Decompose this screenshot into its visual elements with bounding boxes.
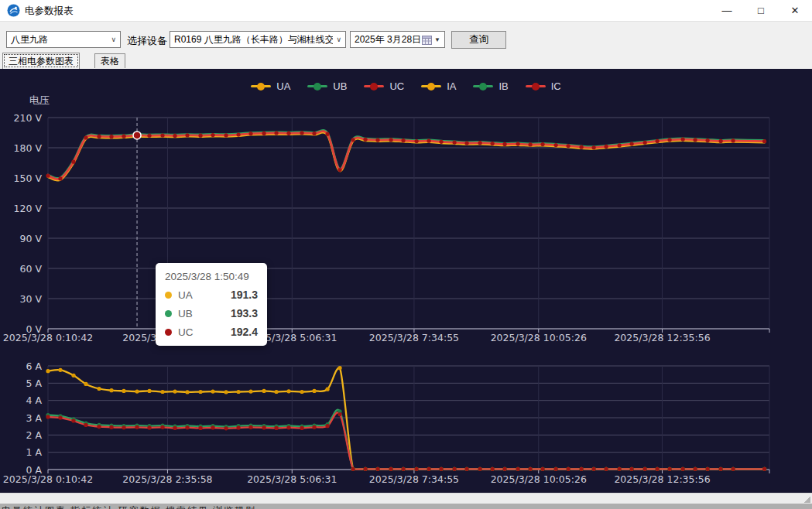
dropdown-arrow-icon[interactable]: ▼ [434,36,440,43]
tooltip-row-ub: UB 193.3 [165,307,258,319]
tab-table[interactable]: 表格 [94,53,125,68]
legend-label: IA [447,80,456,92]
status-bar [0,493,812,504]
tooltip-row-uc: UC 192.4 [165,326,258,338]
device-label: 选择设备 [127,34,167,48]
legend-item-uc[interactable]: UC [364,80,404,92]
svg-text:2025/3/28 5:06:31: 2025/3/28 5:06:31 [247,473,337,485]
svg-text:2025/3/28 12:35:56: 2025/3/28 12:35:56 [614,473,710,485]
legend-marker-icon [526,83,546,91]
chevron-down-icon: ∨ [333,36,341,43]
device-select[interactable]: R0169 八里九路（长丰路）与湘桂线交 ∨ [170,31,346,48]
svg-text:180 V: 180 V [14,142,43,154]
window-title: 电参数报表 [25,5,74,18]
tooltip-value: 191.3 [231,289,258,301]
tooltip-value: 192.4 [231,326,258,338]
legend-label: UB [333,80,347,92]
chart-tooltip: 2025/3/28 1:50:49 UA 191.3 UB 193.3 UC 1… [156,263,267,346]
background-window-edge: 电量统计图表 指标统计 研究数据 搜索结果 浏览规则 [0,504,812,509]
toolbar: 八里九路 ∨ 选择设备 R0169 八里九路（长丰路）与湘桂线交 ∨ 2025年… [0,22,812,53]
svg-text:2025/3/28 0:10:42: 2025/3/28 0:10:42 [3,473,93,485]
tooltip-value: 193.3 [231,307,258,319]
tooltip-label: UC [178,326,194,338]
svg-text:2 A: 2 A [26,429,43,441]
legend-label: UA [276,80,290,92]
tab-strip: 三相电参数图表 表格 [0,53,812,69]
svg-text:30 V: 30 V [20,293,43,305]
chart-panel: 210 V180 V150 V120 V90 V60 V30 V0 V2025/… [0,69,812,493]
svg-text:3 A: 3 A [26,412,43,424]
tooltip-timestamp: 2025/3/28 1:50:49 [165,271,258,282]
svg-text:150 V: 150 V [14,173,43,184]
svg-text:2025/3/28 2:35:58: 2025/3/28 2:35:58 [122,473,212,485]
legend-item-ib[interactable]: IB [473,80,508,92]
area-select[interactable]: 八里九路 ∨ [6,31,121,48]
app-icon [7,4,20,17]
legend-marker-icon [307,83,327,91]
svg-text:5 A: 5 A [26,377,43,389]
legend-marker-icon [421,83,441,91]
device-select-value: R0169 八里九路（长丰路）与湘桂线交 [174,33,333,46]
charts-canvas[interactable]: 210 V180 V150 V120 V90 V60 V30 V0 V2025/… [0,69,812,493]
background-window-text: 电量统计图表 指标统计 研究数据 搜索结果 浏览规则 [2,504,256,509]
ub-dot-icon [165,310,172,317]
minimize-button[interactable]: — [710,0,744,21]
resize-grip-icon[interactable] [803,496,810,503]
svg-text:2025/3/28 7:34:55: 2025/3/28 7:34:55 [369,332,459,343]
maximize-button[interactable]: □ [744,0,778,21]
svg-text:2025/3/28 10:05:26: 2025/3/28 10:05:26 [491,332,587,343]
tooltip-row-ua: UA 191.3 [165,289,258,301]
svg-text:2025/3/28 12:35:56: 2025/3/28 12:35:56 [614,332,710,343]
svg-text:210 V: 210 V [14,112,43,124]
legend-item-ia[interactable]: IA [421,80,456,92]
voltage-chart-title: 电压 [29,94,50,108]
tab-three-phase-chart[interactable]: 三相电参数图表 [2,53,80,69]
svg-text:4 A: 4 A [26,395,43,406]
area-select-value: 八里九路 [11,33,48,46]
svg-text:120 V: 120 V [14,203,43,214]
legend-label: IB [499,80,508,92]
date-picker-value: 2025年 3月28日 [355,33,421,46]
title-bar: 电参数报表 — □ ✕ [0,0,812,22]
chart-legend: UAUBUCIAIBIC [0,80,812,92]
legend-marker-icon [251,83,271,91]
legend-item-ua[interactable]: UA [251,80,290,92]
tooltip-label: UB [178,308,193,319]
uc-dot-icon [165,329,172,336]
query-button[interactable]: 查询 [451,31,506,49]
svg-text:6 A: 6 A [26,360,43,372]
svg-text:2025/3/28 0:10:42: 2025/3/28 0:10:42 [3,332,93,343]
chevron-down-icon: ∨ [108,36,116,43]
legend-item-ic[interactable]: IC [526,80,561,92]
legend-label: UC [389,80,404,92]
svg-text:2025/3/28 7:34:55: 2025/3/28 7:34:55 [369,473,459,485]
legend-label: IC [551,80,561,92]
legend-item-ub[interactable]: UB [307,80,347,92]
close-button[interactable]: ✕ [778,0,812,21]
ua-dot-icon [165,292,172,299]
svg-text:1 A: 1 A [26,446,43,458]
svg-text:2025/3/28 10:05:26: 2025/3/28 10:05:26 [491,473,587,485]
legend-marker-icon [364,83,384,91]
calendar-icon [422,35,432,45]
tooltip-label: UA [178,289,193,301]
svg-text:60 V: 60 V [20,263,43,275]
date-picker[interactable]: 2025年 3月28日 ▼ [350,31,445,48]
svg-text:90 V: 90 V [20,233,43,244]
legend-marker-icon [473,83,493,91]
